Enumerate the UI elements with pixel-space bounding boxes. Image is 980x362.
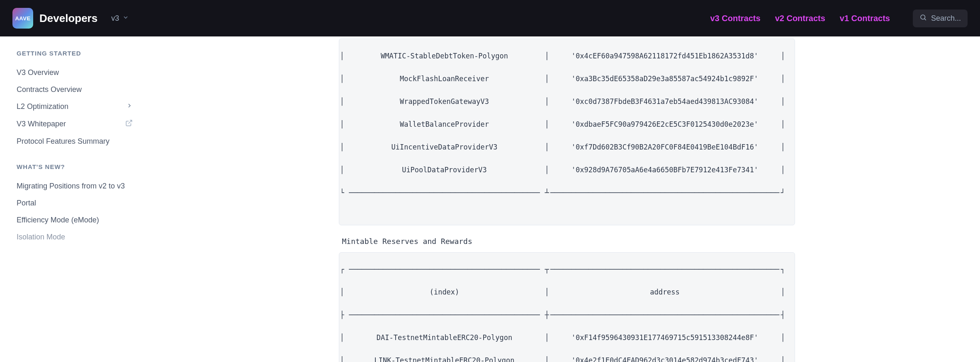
chevron-down-icon — [122, 14, 129, 23]
version-label: v3 — [111, 14, 119, 23]
nav-v3-contracts[interactable]: v3 Contracts — [710, 14, 760, 23]
table-row: │LINK-TestnetMintableERC20-Polygon│'0x4e… — [339, 355, 795, 362]
table-border: └───────────────────────────────────────… — [339, 187, 795, 199]
table-row: │WMATIC-StableDebtToken-Polygon│'0x4cEF6… — [339, 51, 795, 62]
header-right: v3 Contracts v2 Contracts v1 Contracts S… — [710, 10, 968, 27]
sidebar-item-features-summary[interactable]: Protocol Features Summary — [17, 133, 145, 150]
brand-title: Developers — [39, 12, 97, 25]
sidebar-item-v3-overview[interactable]: V3 Overview — [17, 64, 145, 81]
content-area: │WMATIC-StableDebtToken-Polygon│'0x4cEF6… — [145, 36, 980, 362]
search-icon — [919, 14, 927, 23]
table-border: ┌───────────────────────────────────────… — [339, 264, 795, 275]
table-row: │DAI-TestnetMintableERC20-Polygon│'0xF14… — [339, 332, 795, 344]
sidebar-item-migrating[interactable]: Migrating Positions from v2 to v3 — [17, 178, 145, 195]
chevron-right-icon — [126, 102, 133, 111]
header-left: AAVE Developers v3 — [12, 8, 129, 29]
sidebar-section-whats-new: WHAT'S NEW? — [17, 163, 145, 170]
sidebar: GETTING STARTED V3 Overview Contracts Ov… — [0, 36, 145, 362]
nav-v1-contracts[interactable]: v1 Contracts — [840, 14, 890, 23]
table-border: ├───────────────────────────────────────… — [339, 309, 795, 321]
header-bar: AAVE Developers v3 v3 Contracts v2 Contr… — [0, 0, 980, 36]
sidebar-item-v3-whitepaper[interactable]: V3 Whitepaper — [17, 115, 145, 133]
section-title-mintable: Mintable Reserves and Rewards — [342, 237, 795, 246]
table-row: │UiPoolDataProviderV3│'0x928d9A76705aA6e… — [339, 164, 795, 176]
nav-v2-contracts[interactable]: v2 Contracts — [775, 14, 825, 23]
sidebar-item-contracts-overview[interactable]: Contracts Overview — [17, 81, 145, 98]
sidebar-item-emode[interactable]: Efficiency Mode (eMode) — [17, 212, 145, 229]
table-row: │WalletBalanceProvider│'0xdbaeF5FC90a979… — [339, 119, 795, 130]
version-dropdown[interactable]: v3 — [111, 14, 129, 23]
external-link-icon — [125, 119, 133, 129]
sidebar-item-l2-optimization[interactable]: L2 Optimization — [17, 98, 145, 115]
sidebar-section-getting-started: GETTING STARTED — [17, 50, 145, 57]
table-row: │UiIncentiveDataProviderV3│'0xf7Dd602B3C… — [339, 142, 795, 153]
contracts-table-1: │WMATIC-StableDebtToken-Polygon│'0x4cEF6… — [339, 39, 795, 225]
svg-line-2 — [129, 120, 132, 123]
sidebar-item-portal[interactable]: Portal — [17, 195, 145, 212]
table-header: │(index)│address│ — [339, 287, 795, 298]
table-row: │MockFlashLoanReceiver│'0xa3Bc35dE65358a… — [339, 73, 795, 85]
contracts-table-2: ┌───────────────────────────────────────… — [339, 252, 795, 362]
sidebar-item-isolation[interactable]: Isolation Mode — [17, 229, 145, 241]
svg-point-0 — [921, 15, 925, 19]
search-button[interactable]: Search... — [913, 10, 968, 27]
aave-logo[interactable]: AAVE — [12, 8, 33, 29]
search-label: Search... — [931, 14, 961, 23]
table-row: │WrappedTokenGatewayV3│'0xc0d7387FbdeB3F… — [339, 96, 795, 108]
svg-line-1 — [924, 19, 926, 20]
